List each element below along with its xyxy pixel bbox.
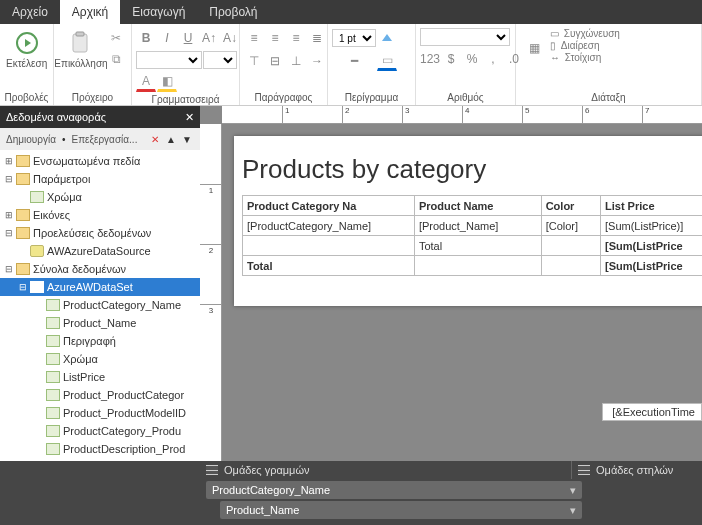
border-style-button[interactable]: ━ (332, 51, 376, 71)
field-icon (46, 425, 60, 437)
indent-icon[interactable]: → (307, 51, 327, 71)
new-link[interactable]: Δημιουργία (6, 134, 56, 145)
tab-insert[interactable]: Εισαγωγή (120, 0, 197, 24)
report-table[interactable]: Product Category Na Product Name Color L… (242, 195, 702, 276)
datasource-icon (30, 245, 44, 257)
expand-icon[interactable]: ⊞ (4, 156, 13, 166)
cell[interactable]: [Sum(ListPrice (600, 236, 702, 256)
copy-icon[interactable]: ⧉ (106, 49, 126, 69)
cell[interactable] (541, 236, 600, 256)
justify-icon[interactable]: ≣ (307, 28, 327, 48)
font-family-select[interactable] (136, 51, 202, 69)
dataset-selected[interactable]: ⊟AzureAWDataSet (0, 278, 200, 296)
ruler-horizontal: 1234567 (222, 106, 702, 124)
report-data-panel: Δεδομένα αναφοράς ✕ Δημιουργία • Επεξεργ… (0, 106, 200, 461)
font-size-select[interactable] (203, 51, 237, 69)
cell[interactable]: [Product_Name] (414, 216, 541, 236)
align-bottom-icon[interactable]: ⊥ (286, 51, 306, 71)
underline-button[interactable]: U (178, 28, 198, 48)
grid-icon (578, 465, 590, 475)
cut-icon[interactable]: ✂ (106, 28, 126, 48)
field-icon (46, 371, 60, 383)
run-icon (14, 30, 40, 56)
report-title[interactable]: Products by category (242, 150, 702, 195)
bold-button[interactable]: B (136, 28, 156, 48)
row-group[interactable]: Product_Name▾ (220, 501, 582, 519)
col-header[interactable]: Product Name (414, 196, 541, 216)
folder-icon (16, 209, 30, 221)
fill-color-button[interactable]: ◧ (157, 72, 177, 92)
col-header[interactable]: List Price (600, 196, 702, 216)
font-color-button[interactable]: A (136, 72, 156, 92)
cell[interactable]: [Sum(ListPrice)] (600, 216, 702, 236)
svg-rect-1 (73, 34, 87, 52)
merge-button[interactable]: ▭ Συγχώνευση (550, 28, 620, 39)
border-width-select[interactable]: 1 pt (332, 29, 376, 47)
dataset-icon (30, 281, 44, 293)
field-icon (46, 335, 60, 347)
svg-rect-2 (76, 32, 84, 36)
cell[interactable]: [ProductCategory_Name] (243, 216, 415, 236)
tree: ⊞Ενσωματωμένα πεδία ⊟Παράμετροι Χρώμα ⊞Ε… (0, 150, 200, 461)
report-page[interactable]: Products by category Product Category Na… (234, 136, 702, 306)
delete-icon[interactable]: ✕ (148, 132, 162, 146)
tab-view[interactable]: Προβολή (197, 0, 269, 24)
grouping-pane: Ομάδες γραμμών Ομάδες στηλών ProductCate… (0, 461, 702, 525)
collapse-icon[interactable]: ⊟ (4, 174, 13, 184)
folder-icon (16, 227, 30, 239)
edit-link[interactable]: Επεξεργασία... (71, 134, 137, 145)
paste-icon (68, 30, 94, 56)
col-header[interactable]: Product Category Na (243, 196, 415, 216)
cell[interactable]: Total (414, 236, 541, 256)
border-color-button[interactable] (377, 28, 397, 48)
dollar-icon[interactable]: $ (441, 49, 461, 69)
folder-icon (16, 173, 30, 185)
align-center-icon[interactable]: ≡ (265, 28, 285, 48)
down-icon[interactable]: ▼ (180, 132, 194, 146)
cell[interactable] (243, 236, 415, 256)
tab-file[interactable]: Αρχείο (0, 0, 60, 24)
comma-icon[interactable]: , (483, 49, 503, 69)
paste-button[interactable]: Επικόλληση (58, 28, 104, 71)
cell[interactable] (541, 256, 600, 276)
cell[interactable]: [Color] (541, 216, 600, 236)
field-icon (46, 443, 60, 455)
tab-bar: Αρχείο Αρχική Εισαγωγή Προβολή (0, 0, 702, 24)
param-icon (30, 191, 44, 203)
percent-icon[interactable]: % (462, 49, 482, 69)
currency-icon[interactable]: 123 (420, 49, 440, 69)
align-top-icon[interactable]: ⊤ (244, 51, 264, 71)
cell[interactable]: Total (243, 256, 415, 276)
chevron-down-icon[interactable]: ▾ (570, 484, 576, 497)
align-right-icon[interactable]: ≡ (286, 28, 306, 48)
number-format-select[interactable] (420, 28, 510, 46)
tab-home[interactable]: Αρχική (60, 0, 120, 24)
folder-icon (16, 263, 30, 275)
col-header[interactable]: Color (541, 196, 600, 216)
align-left-icon[interactable]: ≡ (244, 28, 264, 48)
ribbon: Εκτέλεση Προβολές Επικόλληση ✂ ⧉ Πρόχειρ… (0, 24, 702, 106)
field-icon (46, 299, 60, 311)
collapse-icon[interactable]: ⊟ (4, 228, 13, 238)
execution-time-box[interactable]: [&ExecutionTime (602, 403, 702, 421)
split-button[interactable]: ▯ Διαίρεση (550, 40, 620, 51)
row-group[interactable]: ProductCategory_Name▾ (206, 481, 582, 499)
run-button[interactable]: Εκτέλεση (4, 28, 49, 71)
italic-button[interactable]: I (157, 28, 177, 48)
chevron-down-icon[interactable]: ▾ (570, 504, 576, 517)
border-preset-button[interactable]: ▭ (377, 51, 397, 71)
layout-grid-icon[interactable]: ▦ (520, 28, 548, 68)
cell[interactable]: [Sum(ListPrice (600, 256, 702, 276)
cell[interactable] (414, 256, 541, 276)
collapse-icon[interactable]: ⊟ (4, 264, 13, 274)
close-icon[interactable]: ✕ (185, 111, 194, 124)
grid-icon (206, 465, 218, 475)
font-grow-icon[interactable]: A↑ (199, 28, 219, 48)
ruler-vertical: 123 (200, 124, 222, 461)
up-icon[interactable]: ▲ (164, 132, 178, 146)
font-shrink-icon[interactable]: A↓ (220, 28, 240, 48)
align-button[interactable]: ↔ Στοίχιση (550, 52, 620, 63)
expand-icon[interactable]: ⊞ (4, 210, 13, 220)
field-icon (46, 407, 60, 419)
align-middle-icon[interactable]: ⊟ (265, 51, 285, 71)
